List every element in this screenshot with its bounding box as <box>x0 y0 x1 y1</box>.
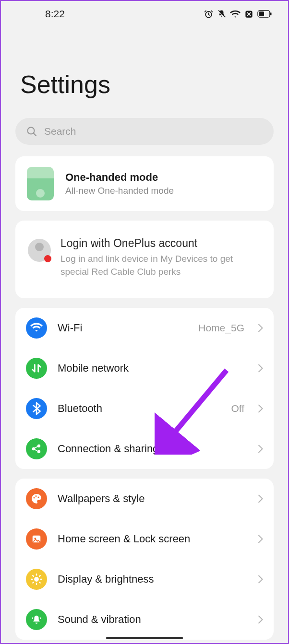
no-sim-icon <box>244 10 253 19</box>
home-lock-item[interactable]: Home screen & Lock screen <box>15 519 274 559</box>
search-icon <box>26 126 37 137</box>
display-brightness-item[interactable]: Display & brightness <box>15 559 274 599</box>
chevron-right-icon <box>258 535 263 543</box>
account-subtitle: Log in and link device in My Devices to … <box>60 253 261 278</box>
wifi-value: Home_5G <box>198 322 244 334</box>
connection-sharing-label: Connection & sharing <box>58 443 247 455</box>
status-icons <box>204 10 272 19</box>
wallpapers-icon <box>26 488 47 509</box>
svg-point-13 <box>36 495 37 497</box>
connection-sharing-item[interactable]: Connection & sharing <box>15 429 274 469</box>
onehand-mode-icon <box>27 167 54 200</box>
connection-sharing-icon <box>26 438 47 459</box>
status-time: 8:22 <box>45 8 65 20</box>
home-lock-label: Home screen & Lock screen <box>58 533 247 545</box>
wifi-label: Wi-Fi <box>58 322 188 334</box>
mobile-network-item[interactable]: Mobile network <box>15 348 274 388</box>
alarm-icon <box>204 10 213 19</box>
chevron-right-icon <box>258 404 263 413</box>
bluetooth-item[interactable]: Bluetooth Off <box>15 388 274 429</box>
wallpapers-item[interactable]: Wallpapers & style <box>15 479 274 519</box>
page-title: Settings <box>1 27 288 118</box>
mobile-network-label: Mobile network <box>58 362 247 375</box>
bluetooth-icon <box>26 398 47 419</box>
bluetooth-value: Off <box>231 403 244 414</box>
bluetooth-label: Bluetooth <box>58 402 220 415</box>
search-bar[interactable]: Search <box>15 118 274 145</box>
home-indicator[interactable] <box>106 637 183 639</box>
svg-point-14 <box>38 497 39 498</box>
display-brightness-label: Display & brightness <box>58 573 247 585</box>
onehand-card[interactable]: One-handed mode All-new One-handed mode <box>15 156 274 211</box>
svg-point-10 <box>37 445 40 447</box>
chevron-right-icon <box>258 575 263 584</box>
brightness-icon <box>26 569 47 590</box>
svg-rect-6 <box>270 12 272 15</box>
sound-vibration-item[interactable]: Sound & vibration <box>15 599 274 640</box>
home-lock-icon <box>26 528 47 550</box>
chevron-right-icon <box>258 615 263 624</box>
chevron-right-icon <box>258 494 263 503</box>
svg-rect-5 <box>259 12 264 16</box>
svg-line-22 <box>33 575 34 576</box>
wifi-item[interactable]: Wi-Fi Home_5G <box>15 308 274 348</box>
wallpapers-label: Wallpapers & style <box>58 492 247 505</box>
sound-icon <box>26 609 47 630</box>
battery-icon <box>257 10 272 18</box>
sound-vibration-label: Sound & vibration <box>58 613 247 626</box>
svg-line-23 <box>39 582 40 583</box>
svg-line-25 <box>39 575 40 576</box>
account-title: Login with OnePlus account <box>60 237 261 250</box>
svg-line-8 <box>34 133 36 136</box>
status-bar: 8:22 <box>1 1 288 27</box>
account-card[interactable]: Login with OnePlus account Log in and li… <box>15 221 274 298</box>
chevron-right-icon <box>258 445 263 453</box>
svg-point-12 <box>34 497 35 499</box>
wifi-icon <box>26 317 47 339</box>
svg-point-11 <box>37 450 40 453</box>
onehand-title: One-handed mode <box>65 171 174 184</box>
svg-point-17 <box>34 577 39 582</box>
display-group: Wallpapers & style Home screen & Lock sc… <box>15 479 274 640</box>
onehand-subtitle: All-new One-handed mode <box>65 186 174 196</box>
wifi-status-icon <box>230 10 241 19</box>
chevron-right-icon <box>258 364 263 373</box>
svg-line-24 <box>33 582 34 583</box>
mobile-network-icon <box>26 358 47 379</box>
avatar-icon <box>28 239 51 262</box>
mute-icon <box>217 10 226 19</box>
chevron-right-icon <box>258 324 263 332</box>
network-group: Wi-Fi Home_5G Mobile network Bluetooth O… <box>15 308 274 469</box>
search-placeholder: Search <box>44 126 76 137</box>
